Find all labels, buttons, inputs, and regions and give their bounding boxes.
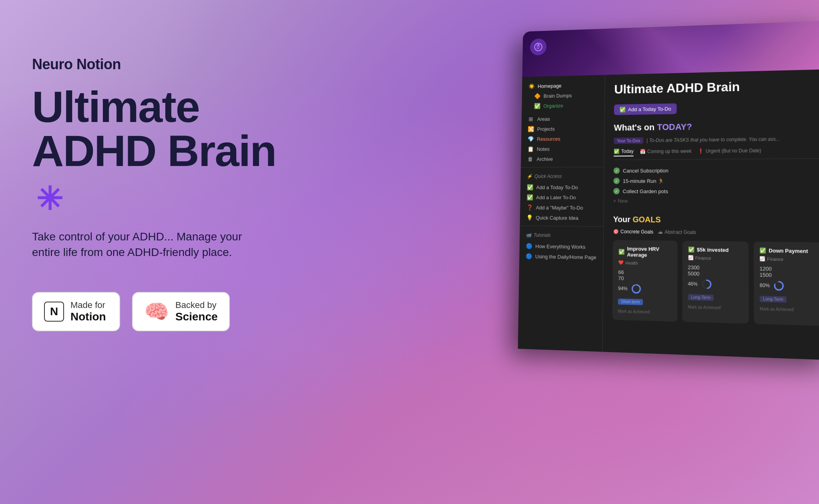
- goal-1-title-text: Improve HRV Average: [627, 246, 672, 258]
- sidebar-brain-dumps-label: Brain Dumps: [544, 92, 572, 99]
- tab-today-check-icon: ✅: [614, 149, 620, 154]
- goals-tab-abstract[interactable]: ⛰ Abstract Goals: [658, 229, 696, 235]
- add-later-icon: ✅: [526, 194, 533, 200]
- add-todo-label: Add a Today To-Do: [628, 106, 671, 113]
- goal-2-pct: 46%: [688, 281, 697, 287]
- goal-1-progress: 94%: [618, 283, 672, 295]
- title-line1: Ultimate: [32, 82, 199, 131]
- add-maybe-icon: ❓: [526, 204, 533, 211]
- tutorials-icon: 📹: [526, 232, 531, 238]
- badges-row: N Made for Notion 🧠 Backed by Science: [32, 292, 292, 331]
- todo-tag: Your To-Dos: [614, 137, 643, 144]
- brain-icon: 🧠: [144, 302, 169, 322]
- tab-today[interactable]: ✅ Today: [614, 148, 634, 156]
- sidebar-item-archive[interactable]: 🗑 Archive: [521, 154, 604, 164]
- notion-app-icon: [530, 38, 546, 56]
- sidebar-add-maybe-label: Add a "Maybe" To-Do: [536, 204, 583, 210]
- areas-icon: ⊞: [528, 116, 534, 122]
- page-title: Ultimate ADHD Brain: [614, 78, 819, 97]
- goal-2-current: 2300: [688, 264, 699, 271]
- science-badge: 🧠 Backed by Science: [132, 292, 230, 331]
- sidebar-item-areas[interactable]: ⊞ Areas: [522, 113, 604, 124]
- goal-3-current: 1200: [760, 266, 772, 272]
- goal-1-target: 70: [618, 275, 624, 281]
- notion-logo-area: [530, 38, 546, 56]
- todo-check-2[interactable]: ✓: [613, 178, 620, 184]
- sidebar-resources-label: Resources: [537, 136, 560, 142]
- todo-check-3[interactable]: ✓: [613, 188, 620, 194]
- goal-1-cat-icon: ❤️: [618, 260, 624, 265]
- sidebar-divider-2: [520, 226, 604, 227]
- todo-item-3: ✓ Collect Garden pots: [613, 186, 819, 197]
- today-highlight: TODAY?: [657, 122, 692, 132]
- sidebar-homepage-label: Homepage: [538, 83, 562, 89]
- sidebar-item-add-later[interactable]: ✅ Add a Later To-Do: [520, 192, 604, 203]
- sidebar-item-quick-capture[interactable]: 💡 Quick Capture Idea: [520, 212, 604, 223]
- how-works-icon: 🔵: [526, 243, 532, 249]
- sidebar-item-how-everything[interactable]: 🔵 How Everything Works: [520, 241, 603, 252]
- tab-urgent-icon: ❗: [698, 148, 704, 154]
- organize-icon: ✅: [534, 103, 540, 109]
- goal-2-category: 📈 Finance: [688, 255, 743, 261]
- tab-coming-up[interactable]: 📅 Coming up this week: [640, 148, 691, 156]
- goal-2-title: ✅ $5k invested: [688, 246, 743, 253]
- tab-urgent[interactable]: ❗ Urgent (But no Due Date): [698, 147, 761, 156]
- archive-icon: 🗑: [527, 156, 534, 162]
- resources-icon: 💎: [527, 136, 534, 142]
- sidebar-tutorials-header: 📹 Tutorials: [520, 229, 603, 242]
- svg-point-3: [632, 285, 640, 293]
- goals-tab-abstract-icon: ⛰: [658, 229, 663, 235]
- sidebar-quick-capture-label: Quick Capture Idea: [536, 215, 578, 221]
- main-title: Ultimate ADHD Brain ✳: [32, 85, 292, 217]
- quick-access-icon: ⚡: [527, 174, 532, 179]
- goal-3-progress: 80%: [760, 280, 817, 292]
- notion-screenshot: ☀️ Homepage 🔶 Brain Dumps ✅ Organize ⊞ A…: [518, 21, 819, 360]
- goal-1-mark-btn[interactable]: Mark as Achieved!: [618, 309, 650, 314]
- todo-check-1[interactable]: ✓: [614, 168, 620, 174]
- sidebar-divider-1: [521, 167, 604, 168]
- todo-item-3-label: Collect Garden pots: [623, 188, 668, 194]
- goal-3-mark-btn[interactable]: Mark as Achieved!: [760, 306, 794, 312]
- projects-icon: 🔀: [527, 126, 534, 132]
- notion-badge-text: Made for Notion: [70, 300, 106, 323]
- sidebar-item-add-maybe[interactable]: ❓ Add a "Maybe" To-Do: [520, 202, 604, 213]
- goals-section: Your GOALS 🎯 Concrete Goals ⛰ Abstract G…: [612, 215, 819, 326]
- goal-1-pct: 94%: [618, 286, 628, 292]
- brain-dumps-icon: 🔶: [534, 93, 541, 99]
- title-sparkle-icon: ✳: [36, 183, 62, 215]
- goal-2-check-icon: ✅: [688, 246, 694, 252]
- goal-2-mark-btn[interactable]: Mark as Achieved!: [688, 305, 721, 310]
- sidebar-item-add-today[interactable]: ✅ Add a Today To-Do: [520, 182, 604, 192]
- title-line2: ADHD Brain: [32, 126, 276, 175]
- goal-3-check-icon: ✅: [759, 247, 766, 254]
- sidebar-add-today-label: Add a Today To-Do: [536, 184, 578, 190]
- daily-home-icon: 🔵: [525, 253, 532, 260]
- sidebar-item-notes[interactable]: 📋 Notes: [521, 143, 604, 154]
- tab-urgent-label: Urgent (But no Due Date): [706, 148, 761, 154]
- goal-3-status: Long-Term: [760, 296, 787, 302]
- sidebar-item-daily-home[interactable]: 🔵 Using the Daily/Home Page: [519, 251, 603, 262]
- goal-1-category: ❤️ Health: [618, 260, 672, 266]
- today-tabs: ✅ Today 📅 Coming up this week ❗ Urgent (…: [614, 147, 819, 160]
- sidebar-item-projects[interactable]: 🔀 Projects: [521, 123, 604, 134]
- goal-card-1: ✅ Improve HRV Average ❤️ Health 66 70: [612, 240, 678, 322]
- todo-item-1: ✓ Cancel Subscription: [614, 164, 819, 176]
- goal-1-cat-label: Health: [625, 260, 638, 266]
- add-todo-button[interactable]: ✅ Add a Today To-Do: [614, 103, 677, 115]
- goals-tab-concrete[interactable]: 🎯 Concrete Goals: [613, 229, 653, 235]
- goal-1-current: 66: [618, 269, 624, 275]
- sidebar-item-organize[interactable]: ✅ Organize: [522, 100, 604, 111]
- goal-3-cat-icon: 📈: [759, 256, 765, 262]
- goal-2-cat-icon: 📈: [688, 255, 693, 260]
- todo-description: Your To-Dos | To-Dos are TASKS that you …: [614, 135, 819, 144]
- quick-access-label: Quick Access: [534, 174, 562, 179]
- goal-2-cat-label: Finance: [695, 255, 711, 260]
- todo-add-new[interactable]: + New: [613, 196, 819, 206]
- brand-name: Neuro Notion: [32, 56, 292, 73]
- goal-3-cat-label: Finance: [767, 256, 783, 262]
- sidebar-item-resources[interactable]: 💎 Resources: [521, 133, 604, 144]
- goal-3-target: 1500: [760, 272, 772, 278]
- goals-cards: ✅ Improve HRV Average ❤️ Health 66 70: [612, 240, 819, 326]
- goal-2-progress: 46%: [688, 278, 743, 291]
- todo-item-1-label: Cancel Subscription: [623, 168, 668, 174]
